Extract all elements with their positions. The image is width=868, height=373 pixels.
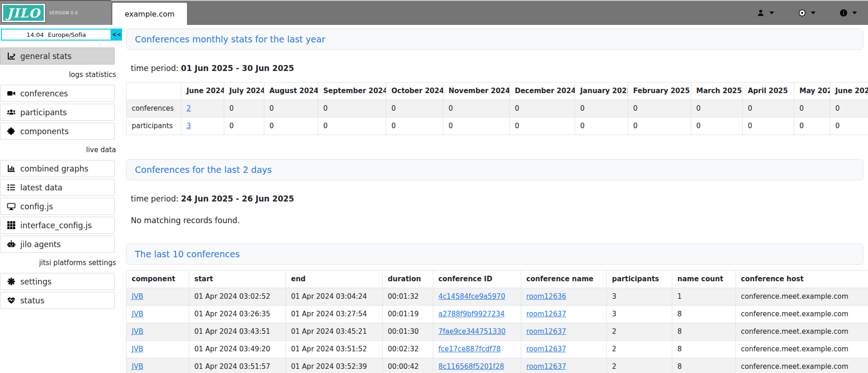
- cell-conference-host: conference.meet.example.com: [736, 323, 868, 341]
- month-column-header: July 2024: [224, 83, 264, 100]
- column-header-conference-id: conference ID: [433, 271, 521, 288]
- sidebar-item-label: latest data: [20, 183, 62, 192]
- top-bar: JILO VERSION 0.4 example.com: [0, 0, 868, 25]
- cell-start: 01 Apr 2024 03:26:35: [189, 306, 286, 323]
- component-link[interactable]: JVB: [132, 327, 143, 336]
- main-content: Conferences monthly stats for the last y…: [126, 25, 868, 373]
- clock-timezone: Europe/Sofia: [48, 31, 86, 38]
- info-menu[interactable]: [839, 9, 857, 17]
- month-value-cell: 0: [318, 118, 386, 135]
- top-bar-brand-area: JILO VERSION 0.4: [0, 0, 111, 25]
- sidebar-item-status[interactable]: status: [0, 292, 115, 309]
- cell-duration: 00:02:32: [383, 341, 433, 358]
- month-column-header: April 2025: [743, 83, 794, 100]
- column-header-duration: duration: [383, 271, 433, 288]
- conference-id-link[interactable]: 7fae9ce344751330: [438, 327, 506, 336]
- month-value-cell: 0: [743, 100, 794, 118]
- chart-line-icon: [5, 52, 17, 60]
- list-icon: [5, 183, 17, 192]
- cell-conference-host: conference.meet.example.com: [736, 341, 868, 358]
- cell-end: 01 Apr 2024 03:52:39: [286, 358, 383, 373]
- conference-name-link[interactable]: room12637: [526, 345, 566, 353]
- month-value-cell: 0: [443, 100, 510, 118]
- clock-display: 14:04 Europe/Sofia: [1, 29, 111, 41]
- column-header-component: component: [127, 271, 189, 288]
- last-10-conferences-title[interactable]: The last 10 conferences: [135, 249, 240, 259]
- cell-conference-id: 4c14584fce9a5970: [433, 288, 521, 306]
- sidebar-section-label: jitsi platforms settings: [0, 257, 123, 269]
- conference-id-link[interactable]: a2788f9bf9927234: [438, 310, 505, 318]
- month-column-header: March 2025: [691, 83, 743, 100]
- sidebar-item-components[interactable]: components: [0, 123, 115, 140]
- sidebar-item-participants[interactable]: participants: [0, 104, 115, 121]
- sidebar-collapse-button[interactable]: <<: [111, 29, 122, 41]
- component-link[interactable]: JVB: [132, 310, 143, 318]
- sidebar-item-interface-config-js[interactable]: interface_config.js: [0, 217, 115, 234]
- logo-text: JILO: [7, 6, 40, 20]
- row-label: conferences: [127, 100, 181, 118]
- sidebar-item-general-stats[interactable]: general stats: [0, 47, 115, 65]
- sidebar-item-jilo-agents[interactable]: jilo agents: [0, 236, 115, 253]
- conference-id-link[interactable]: 8c116568f5201f28: [438, 362, 504, 371]
- component-link[interactable]: JVB: [132, 292, 143, 301]
- conference-name-link[interactable]: room12636: [526, 292, 566, 301]
- month-column-header: June 2024: [181, 83, 224, 100]
- last-2-days-title[interactable]: Conferences for the last 2 days: [135, 165, 272, 175]
- month-value-cell: 0: [386, 100, 443, 118]
- users-icon: [5, 108, 17, 117]
- sidebar-item-conferences[interactable]: conferences: [0, 85, 115, 102]
- cell-participants: 3: [607, 288, 672, 306]
- sidebar-item-settings[interactable]: settings: [0, 273, 115, 290]
- conference-id-link[interactable]: 4c14584fce9a5970: [438, 292, 505, 301]
- monthly-count-link[interactable]: 3: [186, 122, 191, 130]
- conference-name-link[interactable]: room12637: [526, 327, 566, 336]
- card-last-10-conferences: The last 10 conferences componentstarten…: [126, 243, 868, 373]
- conference-id-link[interactable]: fce17ce887fcdf78: [438, 345, 501, 353]
- card-header: Conferences monthly stats for the last y…: [126, 29, 863, 50]
- month-column-header: October 2024: [386, 83, 443, 100]
- sidebar-item-label: jilo agents: [20, 240, 61, 249]
- month-column-header: August 2024: [264, 83, 318, 100]
- monthly-stats-title[interactable]: Conferences monthly stats for the last y…: [135, 34, 325, 44]
- conference-name-link[interactable]: room12637: [526, 310, 566, 318]
- cell-duration: 00:00:42: [383, 358, 433, 373]
- sidebar-item-label: conferences: [20, 89, 68, 98]
- month-value-cell: 0: [386, 118, 443, 135]
- cell-end: 01 Apr 2024 03:27:54: [286, 306, 383, 323]
- robot-icon: [5, 240, 17, 249]
- cell-conference-name: room12637: [521, 323, 607, 341]
- cell-conference-id: a2788f9bf9927234: [433, 306, 521, 323]
- settings-menu[interactable]: [798, 9, 816, 17]
- last-10-conferences-table: componentstartenddurationconference IDco…: [126, 270, 868, 373]
- gear-icon: [5, 277, 17, 286]
- cell-duration: 00:01:30: [383, 323, 433, 341]
- cell-start: 01 Apr 2024 03:02:52: [189, 288, 286, 306]
- video-icon: [5, 89, 17, 98]
- cell-conference-host: conference.meet.example.com: [736, 306, 868, 323]
- month-value-cell: 0: [628, 118, 691, 135]
- tab-example-com[interactable]: example.com: [112, 3, 187, 25]
- top-bar-rest: example.com: [111, 0, 868, 25]
- conference-name-link[interactable]: room12637: [526, 362, 566, 371]
- sidebar-item-label: components: [20, 127, 69, 136]
- sidebar-item-combined-graphs[interactable]: combined graphs: [0, 160, 115, 177]
- cell-name-count: 8: [672, 358, 736, 373]
- conference-row: JVB01 Apr 2024 03:51:5701 Apr 2024 03:52…: [127, 358, 868, 373]
- component-link[interactable]: JVB: [132, 362, 143, 371]
- month-value-cell: 0: [830, 100, 868, 118]
- card-header: Conferences for the last 2 days: [126, 159, 863, 180]
- month-value-cell: 0: [510, 118, 575, 135]
- version-label: VERSION 0.4: [49, 11, 78, 15]
- tab-label: example.com: [125, 10, 175, 18]
- cell-component: JVB: [127, 306, 189, 323]
- cell-conference-id: fce17ce887fcdf78: [433, 341, 521, 358]
- monthly-count-link[interactable]: 2: [186, 104, 191, 112]
- cell-component: JVB: [127, 341, 189, 358]
- jilo-logo[interactable]: JILO: [2, 4, 45, 22]
- sidebar-item-config-js[interactable]: config.js: [0, 198, 115, 215]
- component-link[interactable]: JVB: [132, 345, 143, 353]
- account-menu[interactable]: [757, 9, 774, 17]
- sidebar-item-latest-data[interactable]: latest data: [0, 179, 115, 196]
- month-value-cell: 0: [830, 118, 868, 135]
- month-value-cell: 3: [181, 118, 224, 135]
